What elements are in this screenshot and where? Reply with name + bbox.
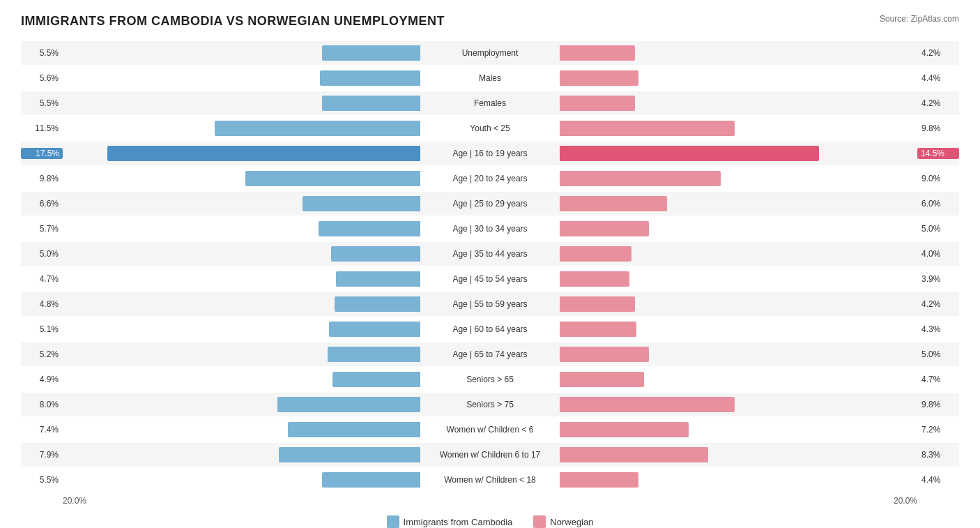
right-bar-wrap	[560, 70, 917, 86]
bar-blue	[322, 472, 420, 488]
bar-left-value: 11.5%	[21, 123, 63, 133]
bar-row: 4.7% Age | 45 to 54 years 3.9%	[21, 267, 959, 291]
bars-area: Age | 20 to 24 years	[63, 167, 917, 190]
bar-row: 17.5% Age | 16 to 19 years 14.5%	[21, 142, 959, 165]
bars-area: Seniors > 65	[63, 368, 917, 391]
bar-right-value: 8.3%	[917, 450, 959, 460]
bars-area: Age | 65 to 74 years	[63, 342, 917, 366]
bar-row: 11.5% Youth < 25 9.8%	[21, 116, 959, 140]
bar-right-value: 4.2%	[917, 299, 959, 309]
bar-right-value: 3.9%	[917, 274, 959, 284]
left-bar-wrap	[63, 146, 420, 161]
bar-blue	[279, 447, 420, 462]
left-bar-wrap	[63, 372, 420, 387]
bars-area: Unemployment	[63, 41, 917, 65]
bar-left-value: 17.5%	[21, 148, 63, 159]
bar-label: Age | 45 to 54 years	[420, 274, 560, 284]
bar-right-value: 7.2%	[917, 425, 959, 435]
left-bar-wrap	[63, 171, 420, 186]
bar-label: Women w/ Children < 6	[420, 425, 560, 435]
right-bar-wrap	[560, 472, 917, 488]
bar-label: Age | 65 to 74 years	[420, 349, 560, 359]
bar-row: 4.9% Seniors > 65 4.7%	[21, 368, 959, 391]
left-bar-wrap	[63, 45, 420, 61]
left-bar-wrap	[63, 221, 420, 236]
bar-right-value: 9.8%	[917, 400, 959, 409]
bar-row: 7.9% Women w/ Children 6 to 17 8.3%	[21, 443, 959, 467]
bar-left-value: 7.9%	[21, 450, 63, 460]
bar-blue	[288, 422, 420, 437]
legend-pink: Norwegian	[533, 515, 593, 528]
bar-right-value: 4.3%	[917, 324, 959, 334]
bars-area: Women w/ Children 6 to 17	[63, 443, 917, 467]
legend-blue-label: Immigrants from Cambodia	[404, 517, 513, 527]
chart-legend: Immigrants from Cambodia Norwegian	[21, 515, 959, 528]
bar-row: 6.6% Age | 25 to 29 years 6.0%	[21, 192, 959, 216]
right-bar-wrap	[560, 422, 917, 437]
bar-label: Seniors > 75	[420, 400, 560, 409]
bar-row: 5.1% Age | 60 to 64 years 4.3%	[21, 317, 959, 341]
axis-right: 20.0%	[894, 496, 917, 506]
bar-pink	[560, 96, 635, 111]
bar-blue	[335, 296, 420, 312]
bars-area: Women w/ Children < 18	[63, 468, 917, 492]
bar-right-value: 4.0%	[917, 249, 959, 259]
legend-pink-label: Norwegian	[550, 517, 593, 527]
bars-area: Youth < 25	[63, 116, 917, 140]
bars-area: Age | 55 to 59 years	[63, 292, 917, 316]
bar-row: 5.0% Age | 35 to 44 years 4.0%	[21, 242, 959, 266]
bar-row: 9.8% Age | 20 to 24 years 9.0%	[21, 167, 959, 190]
bar-left-value: 5.2%	[21, 349, 63, 359]
bar-row: 5.6% Males 4.4%	[21, 66, 959, 90]
bar-left-value: 4.9%	[21, 375, 63, 384]
bar-label: Age | 55 to 59 years	[420, 299, 560, 309]
left-bar-wrap	[63, 422, 420, 437]
bar-label: Unemployment	[420, 48, 560, 58]
bar-left-value: 4.8%	[21, 299, 63, 309]
bar-pink	[560, 372, 644, 387]
left-bar-wrap	[63, 271, 420, 287]
bar-label: Youth < 25	[420, 123, 560, 133]
chart-source: Source: ZipAtlas.com	[880, 14, 959, 24]
right-bar-wrap	[560, 246, 917, 262]
bar-left-value: 5.0%	[21, 249, 63, 259]
bar-left-value: 5.5%	[21, 48, 63, 58]
legend-blue: Immigrants from Cambodia	[387, 515, 513, 528]
bar-blue	[328, 347, 420, 362]
legend-box-blue	[387, 515, 399, 528]
bar-label: Age | 35 to 44 years	[420, 249, 560, 259]
bar-row: 5.5% Females 4.2%	[21, 91, 959, 115]
bars-area: Seniors > 75	[63, 393, 917, 416]
bar-pink	[560, 246, 631, 262]
bar-pink	[560, 472, 638, 488]
bar-left-value: 5.1%	[21, 324, 63, 334]
right-bar-wrap	[560, 121, 917, 136]
bar-right-value: 9.8%	[917, 123, 959, 133]
bars-area: Age | 45 to 54 years	[63, 267, 917, 291]
chart-body: 5.5% Unemployment 4.2% 5.6% Males	[21, 41, 959, 492]
bar-right-value: 9.0%	[917, 174, 959, 183]
bar-blue	[331, 246, 420, 262]
bar-right-value: 4.2%	[917, 48, 959, 58]
left-bar-wrap	[63, 196, 420, 211]
bar-row: 5.5% Unemployment 4.2%	[21, 41, 959, 65]
left-bar-wrap	[63, 397, 420, 412]
left-bar-wrap	[63, 347, 420, 362]
bar-pink	[560, 171, 721, 186]
bars-area: Age | 25 to 29 years	[63, 192, 917, 216]
right-bar-wrap	[560, 146, 917, 161]
right-bar-wrap	[560, 221, 917, 236]
bar-pink	[560, 322, 636, 337]
bar-right-value: 6.0%	[917, 199, 959, 209]
bar-right-value: 4.4%	[917, 73, 959, 83]
bar-blue	[107, 146, 420, 161]
bar-right-value: 5.0%	[917, 224, 959, 234]
legend-box-pink	[533, 515, 546, 528]
bar-blue	[277, 397, 420, 412]
bar-left-value: 5.5%	[21, 475, 63, 485]
bar-pink	[560, 196, 667, 211]
right-bar-wrap	[560, 196, 917, 211]
left-bar-wrap	[63, 296, 420, 312]
left-bar-wrap	[63, 121, 420, 136]
right-bar-wrap	[560, 171, 917, 186]
